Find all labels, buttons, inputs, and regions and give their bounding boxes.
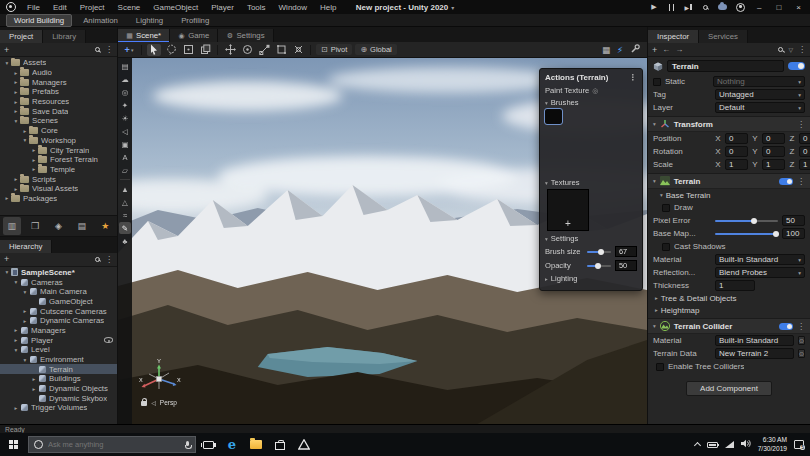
add-component-button[interactable]: Add Component xyxy=(686,381,772,396)
expand-arrow-icon[interactable]: ▸ xyxy=(12,89,20,95)
brushes-foldout[interactable]: ▾Brushes xyxy=(545,98,637,107)
pixel-error-slider[interactable] xyxy=(715,220,778,222)
expand-arrow-icon[interactable]: ▾ xyxy=(12,279,20,285)
project-tree-item[interactable]: ▾ Workshop xyxy=(0,136,117,146)
expand-arrow-icon[interactable]: ▸ xyxy=(30,147,38,153)
base-map-value[interactable]: 100 xyxy=(782,228,805,239)
persp-label[interactable]: Persp xyxy=(160,399,177,406)
menu-item[interactable]: File xyxy=(21,2,46,13)
task-view-button[interactable] xyxy=(196,433,220,456)
project-tree-item[interactable]: ▸ City Terrain xyxy=(0,145,117,155)
notes-icon[interactable]: ▤ xyxy=(73,217,91,235)
audio-icon[interactable]: ◁ xyxy=(119,125,131,137)
menu-item[interactable]: GameObject xyxy=(147,2,204,13)
volume-icon[interactable] xyxy=(741,439,751,450)
close-button[interactable]: × xyxy=(793,3,804,12)
view-tab[interactable]: ▦ Scene* xyxy=(118,29,170,42)
layout-tab[interactable]: World Building xyxy=(6,14,72,27)
grid-icon[interactable]: ▦ xyxy=(602,45,610,55)
expand-arrow-icon[interactable]: ▸ xyxy=(21,128,29,134)
start-button[interactable] xyxy=(0,433,26,456)
expand-arrow-icon[interactable]: ▸ xyxy=(12,99,20,105)
hierarchy-tree-item[interactable]: GameObject xyxy=(0,297,117,307)
draw-checkbox[interactable] xyxy=(662,204,670,212)
rotate-tool[interactable] xyxy=(240,44,254,56)
brush-thumbnail[interactable] xyxy=(621,143,638,158)
opacity-slider[interactable] xyxy=(587,265,611,267)
prefab-icon[interactable]: ❒ xyxy=(26,217,44,235)
expand-arrow-icon[interactable]: ▸ xyxy=(12,337,20,343)
frame-tool[interactable] xyxy=(181,44,195,56)
expand-arrow-icon[interactable]: ▸ xyxy=(21,318,29,324)
search-icon[interactable] xyxy=(778,47,783,52)
expand-arrow-icon[interactable]: ▸ xyxy=(12,79,20,85)
hierarchy-tree-item[interactable]: ▸ Managers xyxy=(0,326,117,336)
store-icon[interactable] xyxy=(268,433,292,456)
hierarchy-tree-item[interactable]: Terrain xyxy=(0,364,117,374)
mode-cycle-icon[interactable]: ◎ xyxy=(592,87,598,95)
project-tree-item[interactable]: ▸ Managers xyxy=(0,77,117,87)
hierarchy-tree-item[interactable]: ▾ Level xyxy=(0,345,117,355)
expand-arrow-icon[interactable]: ▸ xyxy=(30,376,38,382)
static-checkbox[interactable] xyxy=(653,78,661,86)
expand-arrow-icon[interactable]: ▾ xyxy=(12,118,20,124)
component-toggle[interactable] xyxy=(779,323,793,330)
component-toggle[interactable] xyxy=(779,178,793,185)
transform-header[interactable]: ▾ Transform ⋮ xyxy=(648,116,810,132)
material-tag-icon[interactable]: ◈ xyxy=(49,217,67,235)
project-tree-item[interactable]: ▸ Forest Terrain xyxy=(0,155,117,165)
effects-icon[interactable]: ✦ xyxy=(119,99,131,111)
action-center-icon[interactable] xyxy=(794,440,804,449)
layer-dropdown[interactable]: Default▾ xyxy=(715,102,805,113)
project-tree-item[interactable]: ▸ Packages xyxy=(0,194,117,204)
brush-thumbnail[interactable] xyxy=(621,126,638,141)
maximize-button[interactable]: □ xyxy=(773,3,784,12)
brush-thumbnail[interactable] xyxy=(583,109,600,124)
hierarchy-tree-item[interactable]: ▾ Main Camera xyxy=(0,287,117,297)
brush-thumbnail[interactable] xyxy=(602,160,619,175)
expand-arrow-icon[interactable]: ▸ xyxy=(12,70,20,76)
search-icon[interactable] xyxy=(95,257,100,262)
rotation-z-field[interactable]: 0 xyxy=(799,146,810,157)
scene-tools-icon[interactable] xyxy=(630,44,640,56)
menu-item[interactable]: Scene xyxy=(112,2,147,13)
expand-arrow-icon[interactable]: ▸ xyxy=(12,108,20,114)
brush-thumbnail[interactable] xyxy=(545,126,562,141)
gameobject-name-field[interactable]: Terrain xyxy=(667,60,784,72)
magnify-icon[interactable]: ◎ xyxy=(119,86,131,98)
position-x-field[interactable]: 0 xyxy=(725,133,748,144)
position-z-field[interactable]: 0 xyxy=(799,133,810,144)
lock-icon[interactable] xyxy=(141,401,147,406)
add-gameobject-button[interactable]: + xyxy=(4,254,9,264)
view-tab[interactable]: ⚙ Settings xyxy=(218,29,273,42)
brush-thumbnail[interactable] xyxy=(545,143,562,158)
kebab-menu-icon[interactable]: ⋮ xyxy=(105,255,113,264)
layout-tab[interactable]: Lighting xyxy=(129,15,170,26)
search-icon[interactable] xyxy=(701,2,709,12)
assets-package-icon[interactable]: ▥ xyxy=(3,217,21,235)
project-tree-item[interactable]: ▾ Assets xyxy=(0,58,117,68)
layout-tab[interactable]: Profiling xyxy=(174,15,216,26)
expand-arrow-icon[interactable]: ▸ xyxy=(3,195,11,201)
expand-arrow-icon[interactable]: ▾ xyxy=(3,60,11,66)
terrain-lower-icon[interactable]: △ xyxy=(119,196,131,208)
expand-arrow-icon[interactable]: ▸ xyxy=(12,186,20,192)
terrain-data-field[interactable]: New Terrain 2 xyxy=(715,348,794,359)
rect-tool[interactable] xyxy=(274,44,288,56)
pixel-error-value[interactable]: 50 xyxy=(782,215,805,226)
kebab-menu-icon[interactable]: ⋮ xyxy=(797,322,805,331)
video-icon[interactable]: ▣ xyxy=(119,138,131,150)
cortana-search-box[interactable] xyxy=(28,436,196,453)
scale-tool[interactable] xyxy=(257,44,271,56)
scale-y-field[interactable]: 1 xyxy=(762,159,785,170)
tray-expand-icon[interactable] xyxy=(694,442,701,449)
texture-slot[interactable]: + xyxy=(547,189,589,231)
expand-arrow-icon[interactable]: ▸ xyxy=(30,386,38,392)
tag-dropdown[interactable]: Untagged▾ xyxy=(715,89,805,100)
brush-thumbnail[interactable] xyxy=(583,126,600,141)
hierarchy-tree-item[interactable]: ▸ Dynamic Cameras xyxy=(0,316,117,326)
back-arrow-icon[interactable]: ← xyxy=(662,45,670,54)
edge-browser-icon[interactable]: e xyxy=(220,433,244,456)
menu-item[interactable]: Help xyxy=(314,2,342,13)
kebab-menu-icon[interactable]: ⋮ xyxy=(797,120,805,129)
